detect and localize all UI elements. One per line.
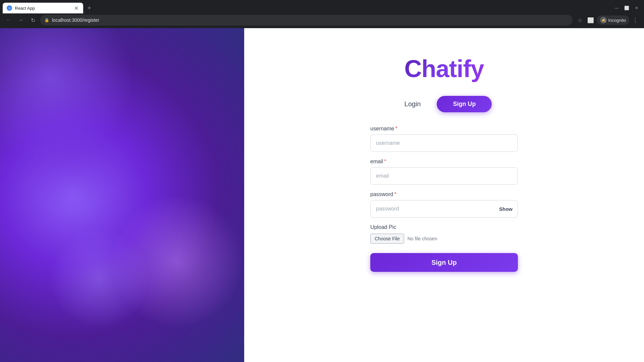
auth-tabs: Login Sign Up [370, 96, 518, 112]
upload-pic-label: Upload Pic [370, 224, 518, 230]
signup-tab[interactable]: Sign Up [437, 96, 492, 112]
brand-logo: Chatify [404, 55, 484, 82]
email-input[interactable] [370, 167, 518, 185]
bookmark-button[interactable]: ☆ [575, 15, 585, 25]
minimize-button[interactable]: — [612, 3, 621, 13]
choose-file-button[interactable]: Choose File [370, 234, 404, 244]
close-button[interactable]: ✕ [632, 3, 641, 13]
maximize-button[interactable]: ⬜ [622, 3, 631, 13]
username-label: username * [370, 126, 518, 132]
incognito-badge: 🕵 Incognito [597, 15, 629, 25]
browser-content: Chatify Login Sign Up username * email * [0, 28, 644, 362]
email-field-group: email * [370, 159, 518, 185]
tab-favicon: ⚛ [7, 5, 12, 11]
decorative-bubble-1 [12, 95, 129, 212]
tab-title: React App [15, 6, 70, 11]
back-button[interactable]: ← [4, 15, 13, 25]
url-text: localhost:3000/register [52, 17, 99, 23]
show-password-button[interactable]: Show [499, 206, 513, 212]
browser-tab[interactable]: ⚛ React App ✕ [3, 3, 83, 13]
incognito-label: Incognito [608, 18, 626, 23]
tab-close-button[interactable]: ✕ [73, 5, 79, 11]
password-wrapper: Show [370, 200, 518, 218]
upload-pic-group: Upload Pic Choose File No file chosen [370, 224, 518, 244]
left-decorative-panel [0, 28, 244, 362]
new-tab-button[interactable]: + [85, 3, 94, 13]
right-form-panel: Chatify Login Sign Up username * email * [244, 28, 644, 362]
address-bar-actions: ☆ ⬜ 🕵 Incognito ⋮ [575, 15, 640, 25]
password-required: * [394, 191, 396, 197]
username-required: * [395, 126, 397, 132]
forward-button[interactable]: → [16, 15, 25, 25]
no-file-text: No file chosen [408, 236, 437, 241]
browser-chrome: ⚛ React App ✕ + — ⬜ ✕ ← → ↻ 🔒 localhost:… [0, 0, 644, 28]
signup-submit-button[interactable]: Sign Up [370, 253, 518, 272]
username-field-group: username * [370, 126, 518, 152]
window-controls: — ⬜ ✕ [612, 3, 644, 13]
register-form: username * email * password * [370, 126, 518, 272]
file-input-area: Choose File No file chosen [370, 234, 518, 244]
incognito-icon: 🕵 [600, 17, 607, 23]
tab-bar: ⚛ React App ✕ + — ⬜ ✕ [0, 0, 644, 13]
password-field-group: password * Show [370, 191, 518, 218]
decorative-bubble-2 [49, 228, 150, 328]
username-input[interactable] [370, 134, 518, 152]
email-label: email * [370, 159, 518, 165]
email-required: * [384, 159, 386, 165]
address-bar-row: ← → ↻ 🔒 localhost:3000/register ☆ ⬜ 🕵 In… [0, 13, 644, 28]
browser-menu-button[interactable]: ⋮ [631, 15, 640, 25]
address-bar[interactable]: 🔒 localhost:3000/register [40, 15, 573, 25]
lock-icon: 🔒 [44, 18, 49, 22]
reload-button[interactable]: ↻ [28, 15, 38, 25]
password-input[interactable] [370, 200, 518, 218]
tab-switcher-button[interactable]: ⬜ [586, 15, 595, 25]
password-label: password * [370, 191, 518, 197]
login-tab[interactable]: Login [396, 96, 429, 112]
